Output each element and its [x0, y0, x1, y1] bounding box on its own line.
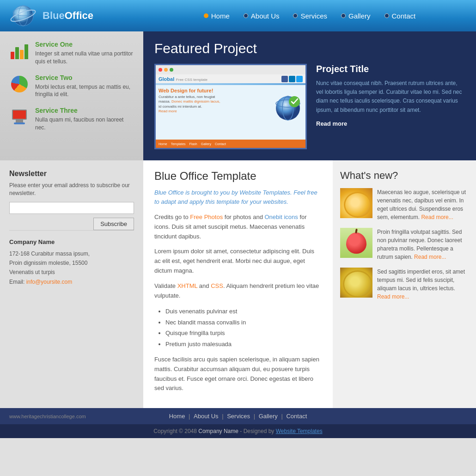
company-name: Company Name: [9, 237, 134, 247]
service-icon-1: [9, 41, 30, 61]
service-text-1: Service One Integer sit amet nulla vitae…: [35, 41, 134, 66]
browser-nav-bar: Home Templates Flash Gallery Contact: [156, 140, 305, 148]
twitter-icon: [296, 76, 303, 82]
news-thumb-2: [340, 228, 372, 258]
monitor-base: [14, 122, 25, 124]
email-input[interactable]: [9, 202, 134, 214]
logo-text: BlueOffice: [43, 10, 93, 22]
featured-info: Project Title Nunc vitae consequat nibh.…: [316, 64, 465, 149]
food-image-2: [340, 228, 372, 258]
address-line-1: 172-168 Curabitur massa ipsum,: [9, 249, 134, 258]
footer-nav-services[interactable]: Services: [227, 413, 250, 420]
nav-dot-contact: [384, 13, 389, 18]
nav-gallery[interactable]: Gallery: [341, 12, 371, 20]
footer: www.heritagechristiancollege.com Home | …: [0, 408, 476, 424]
validate-text: Validate XHTML and CSS. Aliquam hendreri…: [154, 281, 322, 301]
browser-dot-yellow: [164, 68, 168, 72]
bullet-item-4: Pretium justo malesuada: [165, 339, 322, 349]
contact-info: Company Name 172-168 Curabitur massa ips…: [9, 230, 134, 287]
news-thumb-1: [340, 188, 372, 218]
newsletter-title: Newsletter: [9, 170, 134, 178]
footer-nav-about[interactable]: About Us: [194, 413, 218, 420]
browser-dot-red: [159, 68, 162, 72]
closing-text: Fusce facilisis arcu quis sapien sceleri…: [154, 355, 322, 393]
nav-dot-gallery: [341, 13, 346, 18]
news-text-1: Maecenas leo augue, scelerisque ut venen…: [377, 188, 469, 221]
nav-contact[interactable]: Contact: [384, 12, 416, 20]
service-item-3: Service Three Nulla quam mi, faucibus no…: [9, 107, 134, 132]
sidebar-top: Service One Integer sit amet nulla vitae…: [0, 31, 143, 160]
free-photos-link[interactable]: Free Photos: [190, 214, 223, 220]
subscribe-button[interactable]: Subscribe: [93, 218, 134, 230]
nav-about[interactable]: About Us: [244, 12, 280, 20]
linkedin-icon: [289, 76, 295, 82]
service-text-2: Service Two Morbi lectus erat, tempus ac…: [35, 74, 134, 99]
bullet-item-2: Nec blandit massa convallis in: [165, 317, 322, 328]
facebook-icon: [281, 76, 288, 82]
footer-copyright: Copyright © 2048 Company Name - Designed…: [9, 428, 467, 434]
browser-logo: Global Free CSS template: [159, 75, 207, 82]
whats-new-title: What's new?: [340, 170, 469, 182]
read-more-link[interactable]: Read more: [316, 120, 347, 127]
globe-icon: [9, 2, 37, 30]
news-thumb-3: [340, 268, 372, 298]
main-content-section: Blue Office Template Blue Office is brou…: [143, 160, 333, 408]
news-read-more-2[interactable]: Read more...: [414, 254, 446, 260]
nav-home[interactable]: Home: [204, 12, 230, 20]
footer-nav: Home | About Us | Services | Gallery | C…: [169, 413, 307, 420]
news-item-1: Maecenas leo augue, scelerisque ut venen…: [340, 188, 469, 221]
bullet-item-3: Quisque fringilla turpis: [165, 328, 322, 338]
monitor-screen: [12, 110, 27, 120]
apple-graphic: [346, 232, 366, 254]
xhtml-link[interactable]: XHTML: [177, 282, 198, 289]
footer-www: www.heritagechristiancollege.com: [9, 410, 86, 423]
newsletter-section: Newsletter Please enter your email addre…: [9, 170, 134, 218]
food-image-3: [340, 268, 372, 298]
header: BlueOffice Home About Us Services Galler…: [0, 0, 476, 31]
address-line-3: Venenatis ut turpis: [9, 268, 134, 277]
email-link[interactable]: info@yoursite.com: [26, 279, 73, 285]
news-item-3: Sed sagittis imperdiet eros, sit amet te…: [340, 268, 469, 301]
website-templates-link[interactable]: Website Templates: [276, 428, 323, 434]
whats-new-section: What's new? Maecenas leo augue, sceleris…: [333, 160, 476, 408]
service-item-2: Service Two Morbi lectus erat, tempus ac…: [9, 74, 134, 99]
nav-services[interactable]: Services: [293, 12, 327, 20]
footer-nav-contact[interactable]: Contact: [286, 413, 307, 420]
news-read-more-3[interactable]: Read more...: [377, 293, 409, 300]
intro-text: Blue Office is brought to you by Website…: [154, 188, 322, 206]
monitor-icon: [12, 110, 27, 124]
email-info: Email: info@yoursite.com: [9, 277, 134, 287]
footer-nav-home[interactable]: Home: [169, 413, 185, 420]
browser-dot-green: [170, 68, 173, 72]
nav-dot-services: [293, 13, 298, 18]
logo-area: BlueOffice: [9, 2, 153, 30]
sidebar-bottom: Newsletter Please enter your email addre…: [0, 160, 143, 408]
bullet-list: Duis venenatis pulvinar est Nec blandit …: [165, 306, 322, 349]
css-link[interactable]: CSS: [211, 282, 223, 289]
main-content-title: Blue Office Template: [154, 170, 322, 183]
nav-dot-about: [244, 13, 248, 18]
service-icon-3: [9, 107, 30, 127]
newsletter-desc: Please enter your email address to subsc…: [9, 182, 134, 197]
lorem-text: Lorem ipsum dolor sit amet, consectetur …: [154, 247, 322, 275]
browser-mockup: Global Free CSS template Web Design for …: [156, 65, 305, 148]
credits-text: Credits go to Free Photos for photos and…: [154, 213, 322, 241]
news-read-more-1[interactable]: Read more...: [421, 214, 453, 220]
browser-content: Web Design for future! Curabitur a ante …: [156, 85, 305, 140]
onebit-link[interactable]: Onebit icons: [265, 214, 298, 220]
bar-chart-icon: [11, 43, 28, 59]
featured-image: Global Free CSS template Web Design for …: [154, 64, 307, 149]
news-text-2: Proin fringilla volutpat sagittis. Sed n…: [377, 228, 469, 261]
featured-heading: Featured Project: [154, 41, 465, 56]
main-wrapper: Service One Integer sit amet nulla vitae…: [0, 31, 476, 160]
footer-bottom: Copyright © 2048 Company Name - Designed…: [0, 424, 476, 438]
footer-nav-gallery[interactable]: Gallery: [259, 413, 278, 420]
featured-content: Global Free CSS template Web Design for …: [154, 64, 465, 149]
pie-chart-icon: [11, 76, 28, 92]
bullet-item-1: Duis venenatis pulvinar est: [165, 306, 322, 317]
service-text-3: Service Three Nulla quam mi, faucibus no…: [35, 107, 134, 132]
browser-title-bar: Global Free CSS template: [156, 74, 305, 83]
food-image-1: [340, 188, 372, 218]
browser-globe-graphic: [274, 94, 302, 122]
news-item-2: Proin fringilla volutpat sagittis. Sed n…: [340, 228, 469, 261]
